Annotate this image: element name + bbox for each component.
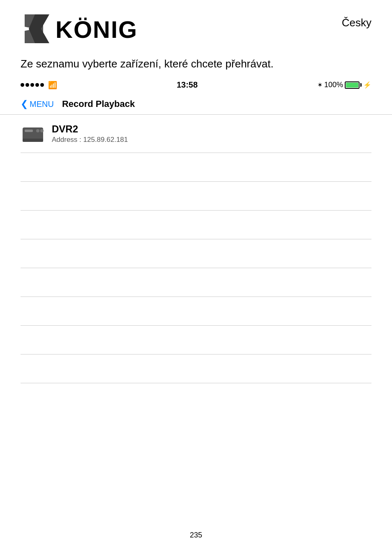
konig-logo: KÖNIG [21, 12, 152, 45]
device-name: DVR2 [52, 123, 371, 135]
empty-row-3 [21, 211, 371, 239]
back-label: MENU [30, 100, 54, 109]
svg-rect-4 [23, 139, 43, 142]
wifi-icon: 📶 [48, 81, 57, 90]
dot-2 [25, 83, 29, 87]
nav-bar: ❮ MENU Record Playback [0, 94, 392, 115]
back-button[interactable]: ❮ MENU [21, 99, 54, 109]
battery-body [345, 81, 360, 89]
back-chevron-icon: ❮ [21, 99, 28, 109]
empty-row-6 [21, 297, 371, 326]
device-info: DVR2 Address : 125.89.62.181 [52, 123, 371, 144]
empty-row-5 [21, 268, 371, 297]
empty-rows [0, 153, 392, 383]
empty-row-4 [21, 239, 371, 268]
svg-point-6 [36, 129, 39, 132]
battery-fill [346, 83, 358, 88]
svg-text:KÖNIG: KÖNIG [55, 16, 138, 43]
device-list: DVR2 Address : 125.89.62.181 [0, 115, 392, 153]
status-right: ✶ 100% ⚡ [317, 81, 371, 89]
svg-point-7 [40, 129, 44, 132]
empty-row-2 [21, 182, 371, 211]
dot-1 [21, 83, 24, 87]
bluetooth-icon: ✶ [317, 81, 323, 89]
signal-dots [21, 83, 44, 87]
status-time: 13:58 [177, 80, 198, 90]
dot-3 [30, 83, 34, 87]
device-item-dvr2[interactable]: DVR2 Address : 125.89.62.181 [21, 115, 371, 153]
nav-title: Record Playback [62, 99, 135, 109]
status-left: 📶 [21, 81, 57, 90]
dvr-icon [21, 121, 45, 146]
empty-row-1 [21, 153, 371, 182]
language-label: Česky [342, 16, 371, 29]
logo-area: KÖNIG [21, 12, 152, 45]
empty-row-8 [21, 354, 371, 383]
svg-rect-5 [25, 130, 33, 132]
status-bar: 📶 13:58 ✶ 100% ⚡ [0, 79, 392, 91]
charging-icon: ⚡ [363, 81, 371, 89]
battery-wrapper [345, 81, 362, 89]
dot-4 [35, 83, 39, 87]
battery-percent: 100% [324, 81, 343, 89]
empty-row-7 [21, 326, 371, 354]
device-address: Address : 125.89.62.181 [52, 136, 371, 144]
page-number: 235 [0, 531, 392, 540]
header: KÖNIG Česky [0, 0, 392, 53]
battery-tip [360, 83, 362, 87]
dot-5 [40, 83, 44, 87]
subtitle-text: Ze seznamu vyberte zařízení, které chcet… [0, 53, 392, 79]
